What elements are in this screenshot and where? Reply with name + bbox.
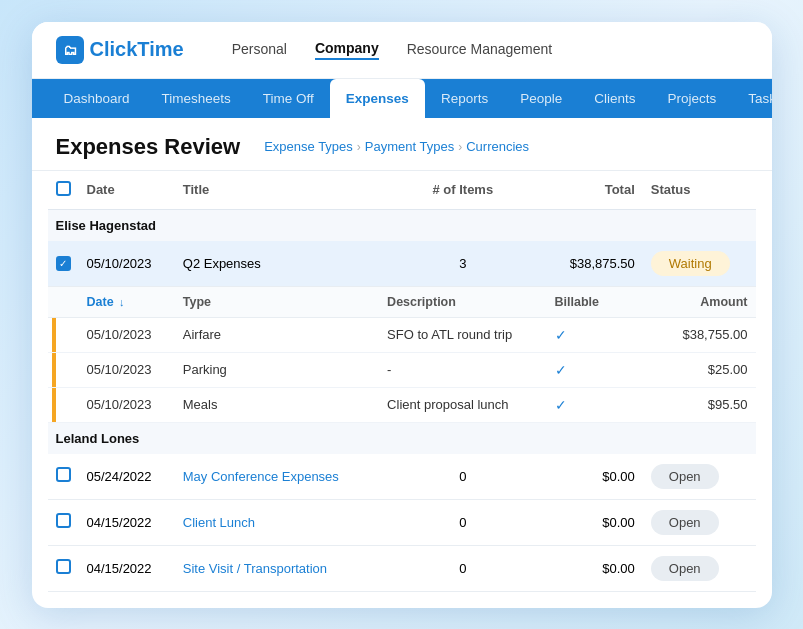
- detail-date-meals: 05/10/2023: [79, 387, 175, 422]
- detail-billable-parking: ✓: [547, 352, 643, 387]
- nav-time-off[interactable]: Time Off: [247, 79, 330, 118]
- col-date: Date: [79, 171, 175, 210]
- items-may-conf: 0: [379, 454, 546, 500]
- logo[interactable]: 🗂 ClickTime: [56, 36, 184, 64]
- nav-resource-management[interactable]: Resource Management: [407, 41, 553, 59]
- col-total: Total: [547, 171, 643, 210]
- detail-date-airfare: 05/10/2023: [79, 317, 175, 352]
- title-site-visit[interactable]: Site Visit / Transportation: [175, 545, 379, 591]
- nav-tasks[interactable]: Tasks: [732, 79, 771, 118]
- items-site-visit: 0: [379, 545, 546, 591]
- checkbox-site-visit[interactable]: [56, 559, 71, 574]
- items-q2: 3: [379, 241, 546, 287]
- detail-header-row: Date ↓ Type Description Billable Amount: [48, 286, 756, 317]
- detail-row-meals: 05/10/2023 Meals Client proposal lunch ✓…: [48, 387, 756, 422]
- total-site-visit: $0.00: [547, 545, 643, 591]
- date-site-visit: 04/15/2022: [79, 545, 175, 591]
- title-may-conf[interactable]: May Conference Expenses: [175, 454, 379, 500]
- logo-text: ClickTime: [90, 38, 184, 61]
- detail-row-parking: 05/10/2023 Parking - ✓ $25.00: [48, 352, 756, 387]
- link-may-conf[interactable]: May Conference Expenses: [183, 469, 339, 484]
- page-header: Expenses Review Expense Types › Payment …: [32, 118, 772, 171]
- orange-bar-meals: [52, 388, 56, 422]
- checkbox-may-conf[interactable]: [56, 467, 71, 482]
- nav-clients[interactable]: Clients: [578, 79, 651, 118]
- detail-col-billable: Billable: [547, 286, 643, 317]
- top-navigation: 🗂 ClickTime Personal Company Resource Ma…: [32, 22, 772, 79]
- detail-spacer: [48, 286, 79, 317]
- col-title: Title: [175, 171, 379, 210]
- detail-row-airfare: 05/10/2023 Airfare SFO to ATL round trip…: [48, 317, 756, 352]
- checkmark-parking: ✓: [555, 362, 567, 378]
- nav-reports[interactable]: Reports: [425, 79, 504, 118]
- nav-company[interactable]: Company: [315, 40, 379, 60]
- group-leland: Leland Lones: [48, 422, 756, 454]
- breadcrumb-sep-1: ›: [357, 140, 361, 154]
- nav-timesheets[interactable]: Timesheets: [146, 79, 247, 118]
- nav-personal[interactable]: Personal: [232, 41, 287, 59]
- date-client-lunch: 04/15/2022: [79, 499, 175, 545]
- detail-billable-meals: ✓: [547, 387, 643, 422]
- detail-amount-airfare: $38,755.00: [643, 317, 756, 352]
- nav-dashboard[interactable]: Dashboard: [48, 79, 146, 118]
- date-may-conf: 05/24/2022: [79, 454, 175, 500]
- status-client-lunch: Open: [643, 499, 756, 545]
- detail-amount-meals: $95.50: [643, 387, 756, 422]
- page-title: Expenses Review: [56, 134, 241, 160]
- detail-amount-parking: $25.00: [643, 352, 756, 387]
- checkmark-airfare: ✓: [555, 327, 567, 343]
- detail-type-airfare: Airfare: [175, 317, 379, 352]
- total-may-conf: $0.00: [547, 454, 643, 500]
- group-elise: Elise Hagenstad: [48, 209, 756, 241]
- group-name-leland: Leland Lones: [48, 422, 756, 454]
- breadcrumb: Expense Types › Payment Types › Currenci…: [264, 139, 529, 154]
- detail-type-meals: Meals: [175, 387, 379, 422]
- expense-row-site-visit[interactable]: 04/15/2022 Site Visit / Transportation 0…: [48, 545, 756, 591]
- main-navigation: Dashboard Timesheets Time Off Expenses R…: [32, 79, 772, 118]
- status-badge-waiting: Waiting: [651, 251, 730, 276]
- breadcrumb-sep-2: ›: [458, 140, 462, 154]
- checkbox-client-lunch[interactable]: [56, 513, 71, 528]
- select-all-checkbox[interactable]: [56, 181, 71, 196]
- sort-date[interactable]: Date ↓: [87, 295, 125, 309]
- detail-date-parking: 05/10/2023: [79, 352, 175, 387]
- expenses-table: Date Title # of Items Total Status Elise…: [48, 171, 756, 592]
- status-badge-client-lunch: Open: [651, 510, 719, 535]
- expense-row-client-lunch[interactable]: 04/15/2022 Client Lunch 0 $0.00 Open: [48, 499, 756, 545]
- checkbox-q2[interactable]: ✓: [56, 256, 71, 271]
- status-badge-may-conf: Open: [651, 464, 719, 489]
- status-may-conf: Open: [643, 454, 756, 500]
- orange-bar-parking: [52, 353, 56, 387]
- nav-expenses[interactable]: Expenses: [330, 79, 425, 118]
- col-items: # of Items: [379, 171, 546, 210]
- expense-row-q2[interactable]: ✓ 05/10/2023 Q2 Expenses 3 $38,875.50 Wa…: [48, 241, 756, 287]
- status-site-visit: Open: [643, 545, 756, 591]
- detail-desc-parking: -: [379, 352, 546, 387]
- detail-billable-airfare: ✓: [547, 317, 643, 352]
- sort-arrow-icon: ↓: [119, 296, 125, 308]
- expense-row-may-conf[interactable]: 05/24/2022 May Conference Expenses 0 $0.…: [48, 454, 756, 500]
- link-site-visit[interactable]: Site Visit / Transportation: [183, 561, 327, 576]
- group-name-elise: Elise Hagenstad: [48, 209, 756, 241]
- items-client-lunch: 0: [379, 499, 546, 545]
- checkmark-meals: ✓: [555, 397, 567, 413]
- nav-projects[interactable]: Projects: [651, 79, 732, 118]
- title-client-lunch[interactable]: Client Lunch: [175, 499, 379, 545]
- total-client-lunch: $0.00: [547, 499, 643, 545]
- link-client-lunch[interactable]: Client Lunch: [183, 515, 255, 530]
- detail-desc-airfare: SFO to ATL round trip: [379, 317, 546, 352]
- nav-people[interactable]: People: [504, 79, 578, 118]
- breadcrumb-payment-types[interactable]: Payment Types: [365, 139, 454, 154]
- date-q2: 05/10/2023: [79, 241, 175, 287]
- col-status: Status: [643, 171, 756, 210]
- detail-col-type: Type: [175, 286, 379, 317]
- total-q2: $38,875.50: [547, 241, 643, 287]
- breadcrumb-currencies[interactable]: Currencies: [466, 139, 529, 154]
- detail-desc-meals: Client proposal lunch: [379, 387, 546, 422]
- status-q2: Waiting: [643, 241, 756, 287]
- detail-col-date[interactable]: Date ↓: [79, 286, 175, 317]
- breadcrumb-expense-types[interactable]: Expense Types: [264, 139, 353, 154]
- detail-col-amount: Amount: [643, 286, 756, 317]
- logo-icon: 🗂: [56, 36, 84, 64]
- detail-type-parking: Parking: [175, 352, 379, 387]
